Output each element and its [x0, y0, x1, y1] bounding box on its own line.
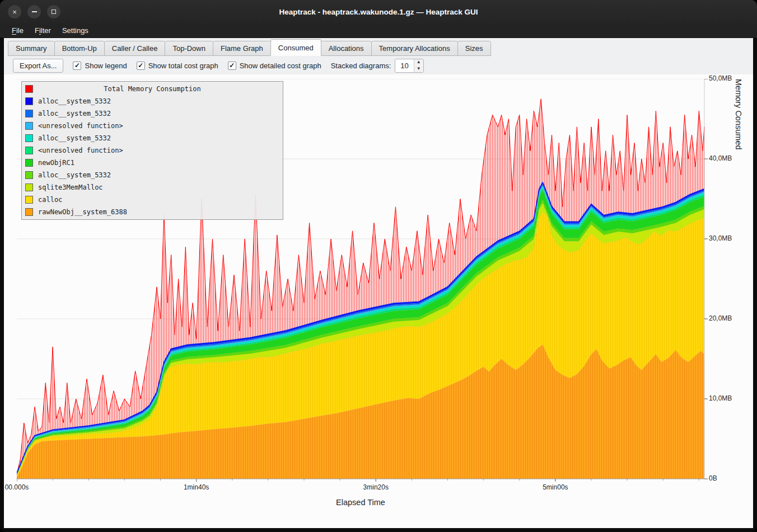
tab-summary[interactable]: Summary — [8, 41, 55, 56]
window-title: Heaptrack - heaptrack.wakunode.1.gz — He… — [279, 8, 478, 16]
checkbox-check-icon: ✓ — [73, 62, 81, 70]
spin-down-button[interactable]: ▼ — [414, 65, 423, 72]
legend-row: alloc__system_5332 — [22, 95, 283, 107]
legend-label: alloc__system_5332 — [38, 171, 111, 179]
x-axis-title: Elapsed Time — [336, 498, 385, 507]
legend-row: <unresolved function> — [22, 120, 283, 132]
x-axis-tick-label: 3min20s — [363, 483, 389, 491]
checkbox-label: Show total cost graph — [148, 62, 218, 70]
spin-up-button[interactable]: ▲ — [414, 59, 423, 66]
legend-title: Total Memory Consumption — [22, 85, 283, 93]
legend-swatch — [25, 183, 33, 191]
y-axis-tick-label: 0B — [709, 474, 749, 482]
legend-label: newObjRC1 — [38, 159, 74, 167]
toolbar: Export As... ✓Show legend✓Show total cos… — [9, 56, 749, 75]
checkbox-check-icon: ✓ — [228, 62, 236, 70]
legend-swatch — [25, 134, 33, 142]
maximize-icon — [52, 10, 56, 14]
legend-label: calloc — [38, 196, 62, 204]
export-as-button[interactable]: Export As... — [13, 59, 63, 73]
legend-label: <unresolved function> — [38, 122, 123, 130]
minimize-button[interactable] — [27, 5, 41, 18]
y-axis-title: Memory Consumed — [734, 79, 743, 479]
checkbox-label: Show detailed cost graph — [240, 62, 321, 70]
checkbox-show-detailed-cost-graph[interactable]: ✓Show detailed cost graph — [228, 62, 321, 70]
tab-top-down[interactable]: Top-Down — [165, 41, 213, 56]
menu-settings[interactable]: Settings — [57, 25, 94, 36]
content-area: SummaryBottom-UpCaller / CalleeTop-DownF… — [4, 38, 753, 528]
tab-consumed[interactable]: Consumed — [270, 39, 321, 56]
legend-swatch — [25, 196, 33, 204]
legend-swatch — [25, 122, 33, 130]
stacked-diagrams-group: Stacked diagrams: 10 ▲ ▼ — [331, 59, 424, 73]
checkbox-label: Show legend — [85, 62, 127, 70]
legend-row: newObjRC1 — [22, 157, 283, 169]
stacked-diagrams-value[interactable]: 10 — [395, 59, 413, 72]
minimize-icon — [32, 11, 37, 12]
chart-legend: Total Memory Consumption alloc__system_5… — [21, 81, 283, 220]
tab-caller-callee[interactable]: Caller / Callee — [104, 41, 166, 56]
tab-temporary-allocations[interactable]: Temporary Allocations — [371, 41, 458, 56]
legend-title-row: Total Memory Consumption — [22, 83, 283, 95]
stacked-diagrams-label: Stacked diagrams: — [331, 62, 391, 70]
window-controls: × — [8, 5, 60, 18]
legend-swatch — [25, 147, 33, 154]
legend-label: rawNewObj__system_6388 — [38, 208, 127, 216]
maximize-button[interactable] — [47, 5, 60, 18]
close-icon: × — [12, 8, 17, 16]
menu-filter[interactable]: Filter — [30, 25, 56, 36]
y-axis-tick-label: 40,0MB — [709, 154, 749, 162]
legend-swatch — [25, 208, 33, 216]
tab-flame-graph[interactable]: Flame Graph — [213, 41, 271, 56]
x-axis-tick-label: 5min00s — [543, 483, 568, 491]
legend-row: alloc__system_5332 — [22, 107, 283, 120]
x-axis-tick-label: 1min40s — [184, 483, 209, 491]
spinbox-arrows: ▲ ▼ — [414, 59, 423, 72]
chart-panel: 0B10,0MB20,0MB30,0MB40,0MB50,0MB 00.000s… — [4, 74, 753, 528]
legend-swatch — [25, 171, 33, 179]
close-button[interactable]: × — [8, 5, 21, 18]
checkbox-group: ✓Show legend✓Show total cost graph✓Show … — [73, 62, 321, 70]
x-axis-tick-label: 00.000s — [5, 483, 29, 491]
checkbox-check-icon: ✓ — [137, 62, 145, 70]
legend-swatch — [25, 97, 33, 105]
legend-row: <unresolved function> — [22, 144, 283, 157]
y-axis-tick-label: 50,0MB — [709, 74, 749, 82]
legend-row: calloc — [22, 194, 283, 206]
legend-row: sqlite3MemMalloc — [22, 181, 283, 194]
heaptrack-window: × Heaptrack - heaptrack.wakunode.1.gz — … — [0, 0, 757, 532]
checkbox-show-total-cost-graph[interactable]: ✓Show total cost graph — [137, 62, 218, 70]
titlebar[interactable]: × Heaptrack - heaptrack.wakunode.1.gz — … — [0, 0, 757, 23]
legend-row: rawNewObj__system_6388 — [22, 206, 283, 218]
y-axis-tick-label: 30,0MB — [709, 234, 749, 242]
legend-label: alloc__system_5332 — [38, 110, 111, 117]
tab-sizes[interactable]: Sizes — [457, 41, 491, 56]
menubar: FileFilterSettings — [0, 23, 757, 38]
legend-label: alloc__system_5332 — [38, 134, 111, 142]
checkbox-show-legend[interactable]: ✓Show legend — [73, 62, 127, 70]
y-axis-tick-label: 10,0MB — [709, 394, 749, 402]
stacked-diagrams-spinbox[interactable]: 10 ▲ ▼ — [395, 59, 423, 73]
legend-label: <unresolved function> — [38, 147, 123, 154]
legend-swatch — [25, 110, 33, 117]
legend-swatch — [25, 159, 33, 167]
legend-label: sqlite3MemMalloc — [38, 183, 103, 191]
tab-bottom-up[interactable]: Bottom-Up — [54, 41, 105, 56]
tab-bar: SummaryBottom-UpCaller / CalleeTop-DownF… — [8, 40, 753, 56]
legend-label: alloc__system_5332 — [38, 97, 111, 105]
legend-row: alloc__system_5332 — [22, 132, 283, 144]
tab-allocations[interactable]: Allocations — [321, 41, 372, 56]
menu-file[interactable]: File — [7, 25, 29, 36]
legend-row: alloc__system_5332 — [22, 169, 283, 181]
y-axis-tick-label: 20,0MB — [709, 314, 749, 322]
